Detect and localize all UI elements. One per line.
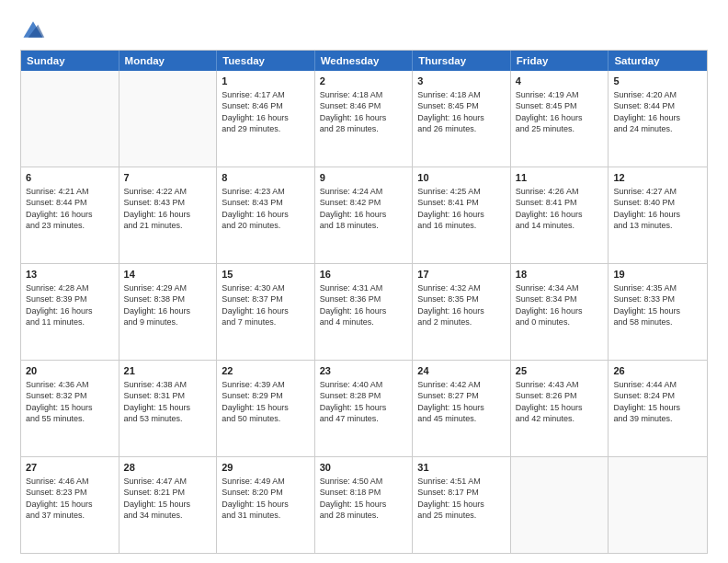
header-day-monday: Monday	[119, 51, 218, 71]
cell-info: Sunrise: 4:23 AM Sunset: 8:43 PM Dayligh…	[222, 187, 289, 230]
calendar-cell	[21, 71, 119, 167]
cell-info: Sunrise: 4:29 AM Sunset: 8:38 PM Dayligh…	[124, 283, 191, 327]
calendar-cell: 7Sunrise: 4:22 AM Sunset: 8:43 PM Daylig…	[119, 167, 218, 263]
header-day-friday: Friday	[511, 51, 609, 71]
cell-info: Sunrise: 4:50 AM Sunset: 8:18 PM Dayligh…	[320, 477, 387, 520]
day-number: 27	[26, 461, 114, 475]
calendar-cell: 11Sunrise: 4:26 AM Sunset: 8:41 PM Dayli…	[511, 167, 609, 263]
day-number: 29	[222, 461, 310, 475]
day-number: 2	[320, 75, 408, 88]
day-number: 19	[613, 268, 702, 282]
cell-info: Sunrise: 4:27 AM Sunset: 8:40 PM Dayligh…	[613, 187, 680, 230]
calendar-cell: 4Sunrise: 4:19 AM Sunset: 8:45 PM Daylig…	[511, 71, 609, 167]
calendar-week-2: 6Sunrise: 4:21 AM Sunset: 8:44 PM Daylig…	[21, 167, 707, 263]
cell-info: Sunrise: 4:17 AM Sunset: 8:46 PM Dayligh…	[222, 90, 289, 133]
calendar-cell: 23Sunrise: 4:40 AM Sunset: 8:28 PM Dayli…	[315, 361, 414, 456]
calendar-cell: 5Sunrise: 4:20 AM Sunset: 8:44 PM Daylig…	[609, 71, 707, 167]
calendar-cell: 20Sunrise: 4:36 AM Sunset: 8:32 PM Dayli…	[21, 361, 119, 456]
calendar-body: 1Sunrise: 4:17 AM Sunset: 8:46 PM Daylig…	[21, 71, 707, 553]
day-number: 25	[516, 364, 604, 378]
calendar-cell: 18Sunrise: 4:34 AM Sunset: 8:34 PM Dayli…	[511, 264, 609, 360]
day-number: 14	[124, 268, 212, 282]
cell-info: Sunrise: 4:30 AM Sunset: 8:37 PM Dayligh…	[222, 283, 289, 327]
calendar: SundayMondayTuesdayWednesdayThursdayFrid…	[20, 50, 708, 554]
day-number: 20	[26, 364, 114, 378]
cell-info: Sunrise: 4:18 AM Sunset: 8:45 PM Dayligh…	[417, 90, 484, 133]
cell-info: Sunrise: 4:42 AM Sunset: 8:27 PM Dayligh…	[417, 380, 484, 423]
cell-info: Sunrise: 4:47 AM Sunset: 8:21 PM Dayligh…	[124, 477, 191, 520]
calendar-week-4: 20Sunrise: 4:36 AM Sunset: 8:32 PM Dayli…	[21, 360, 707, 456]
day-number: 30	[320, 461, 408, 475]
day-number: 12	[613, 171, 702, 185]
day-number: 18	[516, 268, 604, 282]
calendar-cell: 29Sunrise: 4:49 AM Sunset: 8:20 PM Dayli…	[217, 457, 315, 553]
day-number: 6	[26, 171, 114, 185]
calendar-week-1: 1Sunrise: 4:17 AM Sunset: 8:46 PM Daylig…	[21, 71, 707, 167]
cell-info: Sunrise: 4:18 AM Sunset: 8:46 PM Dayligh…	[320, 90, 387, 133]
calendar-week-5: 27Sunrise: 4:46 AM Sunset: 8:23 PM Dayli…	[21, 456, 707, 553]
cell-info: Sunrise: 4:21 AM Sunset: 8:44 PM Dayligh…	[26, 187, 93, 230]
cell-info: Sunrise: 4:39 AM Sunset: 8:29 PM Dayligh…	[222, 380, 289, 423]
calendar-cell	[609, 457, 707, 553]
cell-info: Sunrise: 4:32 AM Sunset: 8:35 PM Dayligh…	[417, 283, 484, 327]
day-number: 16	[320, 268, 408, 282]
calendar-cell: 25Sunrise: 4:43 AM Sunset: 8:26 PM Dayli…	[511, 361, 609, 456]
day-number: 21	[124, 364, 212, 378]
cell-info: Sunrise: 4:34 AM Sunset: 8:34 PM Dayligh…	[516, 283, 583, 327]
day-number: 31	[417, 461, 506, 475]
cell-info: Sunrise: 4:20 AM Sunset: 8:44 PM Dayligh…	[613, 90, 680, 133]
calendar-cell: 6Sunrise: 4:21 AM Sunset: 8:44 PM Daylig…	[21, 167, 119, 263]
page: SundayMondayTuesdayWednesdayThursdayFrid…	[0, 0, 728, 563]
day-number: 17	[417, 268, 506, 282]
day-number: 28	[124, 461, 212, 475]
calendar-cell	[119, 71, 218, 167]
day-number: 5	[613, 75, 702, 88]
cell-info: Sunrise: 4:40 AM Sunset: 8:28 PM Dayligh…	[320, 380, 387, 423]
cell-info: Sunrise: 4:22 AM Sunset: 8:43 PM Dayligh…	[124, 187, 191, 230]
calendar-cell: 12Sunrise: 4:27 AM Sunset: 8:40 PM Dayli…	[609, 167, 707, 263]
calendar-cell: 19Sunrise: 4:35 AM Sunset: 8:33 PM Dayli…	[609, 264, 707, 360]
header-day-thursday: Thursday	[413, 51, 511, 71]
calendar-cell: 24Sunrise: 4:42 AM Sunset: 8:27 PM Dayli…	[413, 361, 511, 456]
cell-info: Sunrise: 4:28 AM Sunset: 8:39 PM Dayligh…	[26, 283, 93, 327]
cell-info: Sunrise: 4:35 AM Sunset: 8:33 PM Dayligh…	[613, 283, 680, 327]
calendar-cell: 1Sunrise: 4:17 AM Sunset: 8:46 PM Daylig…	[217, 71, 315, 167]
day-number: 7	[124, 171, 212, 185]
logo	[20, 17, 50, 42]
calendar-cell: 31Sunrise: 4:51 AM Sunset: 8:17 PM Dayli…	[413, 457, 511, 553]
day-number: 8	[222, 171, 310, 185]
cell-info: Sunrise: 4:24 AM Sunset: 8:42 PM Dayligh…	[320, 187, 387, 230]
calendar-cell: 2Sunrise: 4:18 AM Sunset: 8:46 PM Daylig…	[315, 71, 414, 167]
day-number: 15	[222, 268, 310, 282]
day-number: 23	[320, 364, 408, 378]
cell-info: Sunrise: 4:31 AM Sunset: 8:36 PM Dayligh…	[320, 283, 387, 327]
calendar-cell: 3Sunrise: 4:18 AM Sunset: 8:45 PM Daylig…	[413, 71, 511, 167]
calendar-cell: 21Sunrise: 4:38 AM Sunset: 8:31 PM Dayli…	[119, 361, 218, 456]
calendar-cell: 28Sunrise: 4:47 AM Sunset: 8:21 PM Dayli…	[119, 457, 218, 553]
cell-info: Sunrise: 4:36 AM Sunset: 8:32 PM Dayligh…	[26, 380, 93, 423]
day-number: 10	[417, 171, 506, 185]
calendar-cell: 16Sunrise: 4:31 AM Sunset: 8:36 PM Dayli…	[315, 264, 414, 360]
calendar-cell: 27Sunrise: 4:46 AM Sunset: 8:23 PM Dayli…	[21, 457, 119, 553]
header-day-tuesday: Tuesday	[217, 51, 315, 71]
calendar-cell: 14Sunrise: 4:29 AM Sunset: 8:38 PM Dayli…	[119, 264, 218, 360]
day-number: 1	[222, 75, 310, 88]
cell-info: Sunrise: 4:43 AM Sunset: 8:26 PM Dayligh…	[516, 380, 583, 423]
cell-info: Sunrise: 4:25 AM Sunset: 8:41 PM Dayligh…	[417, 187, 484, 230]
calendar-cell: 22Sunrise: 4:39 AM Sunset: 8:29 PM Dayli…	[217, 361, 315, 456]
calendar-week-3: 13Sunrise: 4:28 AM Sunset: 8:39 PM Dayli…	[21, 263, 707, 360]
calendar-cell: 30Sunrise: 4:50 AM Sunset: 8:18 PM Dayli…	[315, 457, 414, 553]
day-number: 24	[417, 364, 506, 378]
cell-info: Sunrise: 4:26 AM Sunset: 8:41 PM Dayligh…	[516, 187, 583, 230]
day-number: 13	[26, 268, 114, 282]
cell-info: Sunrise: 4:46 AM Sunset: 8:23 PM Dayligh…	[26, 477, 93, 520]
calendar-cell: 13Sunrise: 4:28 AM Sunset: 8:39 PM Dayli…	[21, 264, 119, 360]
calendar-cell	[511, 457, 609, 553]
header-day-sunday: Sunday	[21, 51, 119, 71]
calendar-cell: 9Sunrise: 4:24 AM Sunset: 8:42 PM Daylig…	[315, 167, 414, 263]
cell-info: Sunrise: 4:38 AM Sunset: 8:31 PM Dayligh…	[124, 380, 191, 423]
calendar-cell: 10Sunrise: 4:25 AM Sunset: 8:41 PM Dayli…	[413, 167, 511, 263]
calendar-cell: 8Sunrise: 4:23 AM Sunset: 8:43 PM Daylig…	[217, 167, 315, 263]
day-number: 3	[417, 75, 506, 88]
day-number: 11	[516, 171, 604, 185]
